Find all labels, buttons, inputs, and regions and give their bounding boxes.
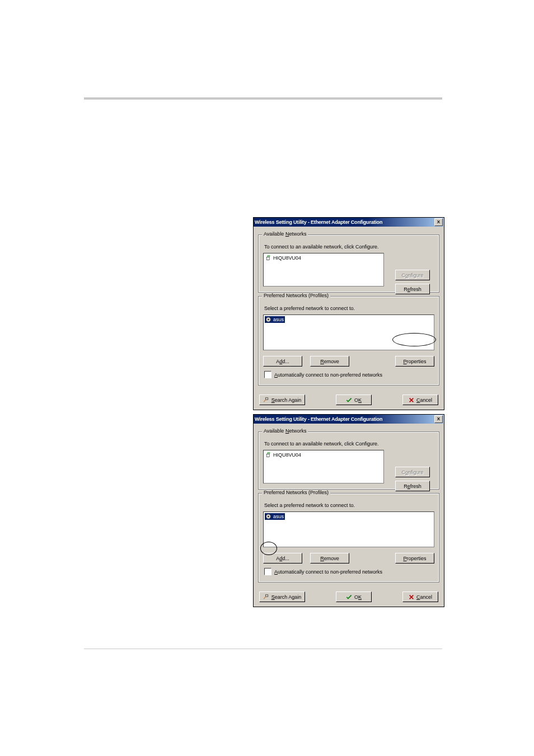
preferred-legend: Preferred Networks (Profiles) [262, 293, 330, 298]
dialog-window-1: Wireless Setting Utility - Ethernet Adap… [253, 217, 444, 410]
check-icon [346, 594, 352, 600]
access-point-icon [265, 317, 271, 322]
auto-connect-row[interactable]: Automatically connect to non-preferred n… [264, 568, 433, 575]
access-point-icon [265, 514, 271, 519]
svg-rect-0 [266, 257, 269, 260]
available-legend: Available Networks [264, 231, 306, 237]
close-button[interactable]: X [434, 218, 443, 226]
title-bar: Wireless Setting Utility - Ethernet Adap… [254, 415, 444, 424]
refresh-button[interactable]: Refresh [395, 481, 430, 491]
search-again-button[interactable]: Search Again [259, 591, 305, 602]
svg-rect-4 [266, 454, 269, 457]
list-item[interactable]: asus [265, 513, 285, 520]
preferred-networks-list[interactable]: asus [263, 511, 434, 547]
svg-point-2 [268, 319, 269, 320]
network-name: asus [273, 514, 284, 519]
add-button[interactable]: Add... [263, 553, 302, 564]
available-hint: To connect to an available network, clic… [264, 244, 434, 250]
network-name: HIQU8VU04 [273, 452, 301, 458]
properties-button[interactable]: Properties [395, 356, 434, 367]
preferred-networks-group: Preferred Networks (Profiles) Select a p… [258, 493, 439, 583]
available-networks-group: Available Networks To connect to an avai… [258, 234, 439, 293]
search-icon [263, 594, 269, 600]
available-legend: Available Networks [264, 428, 306, 434]
available-networks-list[interactable]: HIQU8VU04 [263, 253, 384, 287]
search-icon [263, 397, 269, 403]
refresh-button[interactable]: Refresh [395, 284, 430, 294]
preferred-legend: Preferred Networks (Profiles) [262, 490, 330, 495]
auto-connect-checkbox[interactable] [264, 568, 271, 575]
close-button[interactable]: X [434, 415, 443, 423]
svg-rect-3 [265, 397, 268, 399]
configure-button[interactable]: Configure [395, 270, 430, 280]
preferred-hint: Select a preferred network to connect to… [264, 503, 434, 508]
preferred-networks-group: Preferred Networks (Profiles) Select a p… [258, 296, 439, 386]
access-point-icon [265, 255, 271, 261]
configure-button[interactable]: Configure [395, 467, 430, 477]
check-icon [346, 397, 352, 403]
title-bar: Wireless Setting Utility - Ethernet Adap… [254, 218, 444, 227]
network-name: HIQU8VU04 [273, 255, 301, 261]
cancel-button[interactable]: Cancel [402, 591, 438, 602]
ok-button[interactable]: OK [336, 591, 372, 602]
search-again-button[interactable]: Search Again [259, 395, 305, 405]
auto-connect-row[interactable]: Automatically connect to non-preferred n… [264, 371, 433, 378]
auto-connect-checkbox[interactable] [264, 371, 271, 378]
dialog-window-2: Wireless Setting Utility - Ethernet Adap… [253, 414, 444, 607]
window-title: Wireless Setting Utility - Ethernet Adap… [255, 416, 382, 422]
preferred-networks-list[interactable]: asus [263, 314, 434, 350]
window-title: Wireless Setting Utility - Ethernet Adap… [255, 219, 382, 225]
ok-button[interactable]: OK [336, 395, 372, 405]
preferred-hint: Select a preferred network to connect to… [264, 306, 434, 311]
x-icon [409, 594, 414, 600]
add-button[interactable]: Add... [263, 356, 302, 367]
close-icon: X [437, 220, 440, 224]
available-hint: To connect to an available network, clic… [264, 441, 434, 447]
list-item[interactable]: HIQU8VU04 [265, 452, 382, 458]
remove-button[interactable]: Remove [310, 356, 349, 367]
access-point-icon [265, 452, 271, 458]
svg-rect-7 [265, 594, 268, 596]
network-name: asus [273, 317, 284, 322]
available-networks-group: Available Networks To connect to an avai… [258, 431, 439, 490]
properties-button[interactable]: Properties [395, 553, 434, 564]
svg-point-6 [268, 516, 269, 517]
list-item[interactable]: HIQU8VU04 [265, 255, 382, 261]
remove-button[interactable]: Remove [310, 553, 349, 564]
divider [84, 97, 442, 100]
x-icon [409, 397, 414, 403]
cancel-button[interactable]: Cancel [402, 395, 438, 405]
footer-divider [84, 649, 442, 649]
close-icon: X [437, 417, 440, 421]
list-item[interactable]: asus [265, 316, 285, 323]
available-networks-list[interactable]: HIQU8VU04 [263, 450, 384, 483]
